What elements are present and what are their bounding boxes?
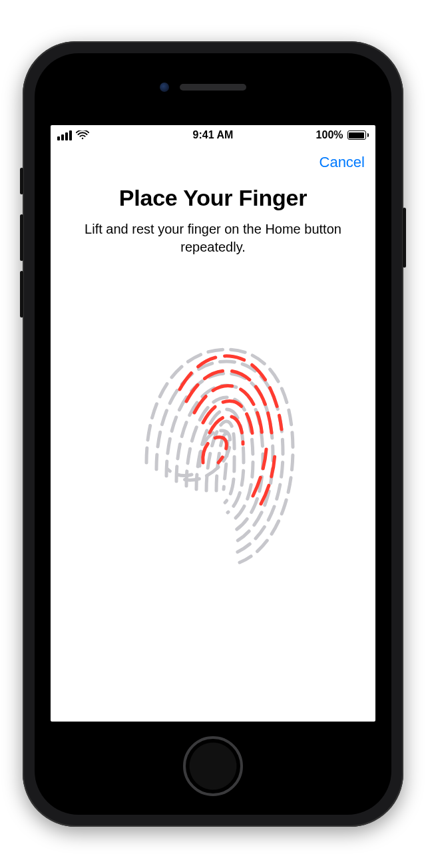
cellular-signal-icon <box>57 130 72 140</box>
iphone-frame: 9:41 AM 100% Cancel Place Your Finger Li… <box>23 41 403 827</box>
battery-icon <box>347 130 369 140</box>
volume-down-button <box>20 271 23 318</box>
battery-percentage: 100% <box>316 129 343 141</box>
page-subtitle: Lift and rest your finger on the Home bu… <box>73 220 353 256</box>
wifi-icon <box>76 130 89 140</box>
status-bar: 9:41 AM 100% <box>51 125 375 145</box>
home-button[interactable] <box>183 736 243 796</box>
status-left <box>57 130 89 140</box>
status-right: 100% <box>316 129 369 141</box>
nav-bar: Cancel <box>51 145 375 180</box>
front-camera <box>160 83 169 92</box>
screen: 9:41 AM 100% Cancel Place Your Finger Li… <box>51 125 375 722</box>
mute-switch <box>20 168 23 194</box>
fingerprint-icon <box>120 329 306 569</box>
device-bezel: 9:41 AM 100% Cancel Place Your Finger Li… <box>35 53 391 815</box>
earpiece-speaker <box>180 84 246 91</box>
content-area: Place Your Finger Lift and rest your fin… <box>51 180 375 722</box>
volume-up-button <box>20 214 23 261</box>
cancel-button[interactable]: Cancel <box>320 154 365 171</box>
power-button <box>403 208 406 268</box>
page-title: Place Your Finger <box>119 185 308 211</box>
